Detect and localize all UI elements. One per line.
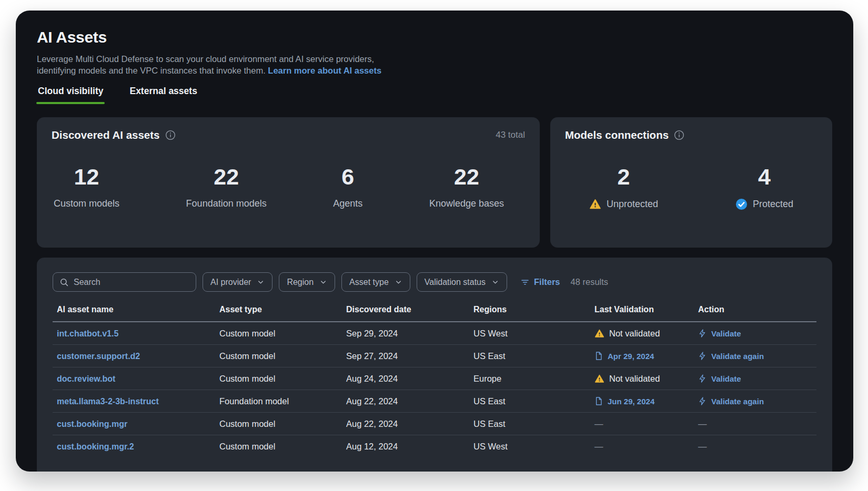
lightning-bolt-icon	[698, 351, 706, 361]
validation-cell: Apr 29, 2024	[594, 351, 698, 361]
page-description: Leverage Multi Cloud Defense to scan you…	[37, 53, 405, 76]
models-connections-card: Models connections 2 Unprotected 4	[550, 117, 832, 248]
discovered-date-cell: Sep 29, 2024	[346, 329, 473, 339]
stat-knowledge-bases: 22 Knowledge bases	[429, 166, 504, 209]
table-row: meta.llama3-2-3b-instructFoundation mode…	[53, 390, 816, 413]
action-cell: Validate again	[698, 396, 816, 406]
chevron-down-icon	[491, 278, 499, 286]
column-header-action: Action	[698, 305, 816, 314]
table-body: int.chatbot.v1.5Custom modelSep 29, 2024…	[53, 322, 816, 458]
document-icon	[594, 351, 603, 361]
column-header-last-validation: Last Validation	[594, 305, 698, 314]
region-cell: US West	[473, 329, 594, 339]
validation-cell: —	[594, 419, 698, 429]
connections-stats: 2 Unprotected 4 Protected	[565, 166, 817, 210]
search-icon	[59, 278, 69, 287]
action-cell: Validate	[698, 374, 816, 383]
tab-external-assets[interactable]: External assets	[128, 85, 198, 104]
asset-type-cell: Custom model	[219, 419, 346, 429]
asset-name-link[interactable]: customer.support.d2	[57, 352, 140, 361]
action-cell: —	[698, 442, 816, 452]
stat-unprotected: 2 Unprotected	[589, 166, 658, 210]
document-icon	[594, 396, 603, 406]
chevron-down-icon	[395, 278, 402, 286]
validation-date-link[interactable]: Apr 29, 2024	[608, 352, 654, 361]
discovered-card-title: Discovered AI assets	[52, 129, 160, 141]
validation-date-link[interactable]: Jun 29, 2024	[608, 397, 654, 406]
validation-empty: —	[594, 419, 603, 429]
column-header-discovered-date: Discovered date	[346, 305, 473, 314]
filter-bar: AI provider Region Asset type Validation…	[53, 272, 816, 292]
validation-cell: Not validated	[594, 329, 698, 339]
action-empty: —	[698, 419, 707, 429]
validate-action-link[interactable]: Validate	[711, 329, 741, 338]
asset-name-link[interactable]: doc.review.bot	[57, 374, 115, 383]
validation-status-dropdown[interactable]: Validation status	[417, 272, 507, 292]
warning-triangle-icon	[594, 329, 604, 339]
discovered-date-cell: Aug 24, 2024	[346, 374, 473, 384]
search-input[interactable]	[74, 278, 189, 287]
stat-custom-models: 12 Custom models	[54, 166, 119, 209]
info-icon[interactable]	[165, 130, 176, 140]
region-cell: US East	[473, 351, 594, 361]
check-circle-icon	[735, 198, 748, 210]
asset-name-link[interactable]: cust.booking.mgr	[57, 420, 127, 428]
region-cell: US West	[473, 442, 594, 452]
page-header: AI Assets Leverage Multi Cloud Defense t…	[37, 28, 832, 104]
asset-name-link[interactable]: int.chatbot.v1.5	[57, 329, 118, 338]
discovered-date-cell: Aug 12, 2024	[346, 442, 473, 452]
validate-action-link[interactable]: Validate again	[711, 397, 764, 406]
discovered-assets-card: Discovered AI assets 43 total 12 Custom …	[37, 117, 540, 248]
lightning-bolt-icon	[698, 374, 706, 383]
stat-label: Custom models	[54, 198, 119, 209]
region-cell: US East	[473, 419, 594, 429]
info-icon[interactable]	[674, 130, 684, 140]
stat-value: 2	[589, 166, 658, 188]
assets-table: AI asset name Asset type Discovered date…	[53, 305, 816, 458]
stat-value: 6	[333, 166, 362, 188]
dropdown-label: Validation status	[425, 278, 486, 287]
asset-name-link[interactable]: meta.llama3-2-3b-instruct	[57, 397, 159, 406]
column-header-asset-type: Asset type	[219, 305, 346, 314]
action-cell: Validate again	[698, 351, 816, 361]
region-cell: Europe	[473, 374, 594, 384]
region-cell: US East	[473, 396, 594, 406]
asset-name-link[interactable]: cust.booking.mgr.2	[57, 442, 134, 451]
table-row: cust.booking.mgr.2Custom modelAug 12, 20…	[53, 435, 816, 458]
discovered-stats: 12 Custom models 22 Foundation models 6 …	[52, 166, 525, 209]
column-header-regions: Regions	[473, 305, 594, 314]
tab-bar: Cloud visibility External assets	[37, 85, 832, 104]
discovered-date-cell: Sep 27, 2024	[346, 351, 473, 361]
stat-value: 22	[186, 166, 267, 188]
lightning-bolt-icon	[698, 396, 706, 406]
stat-agents: 6 Agents	[333, 166, 362, 209]
stat-label: Agents	[333, 198, 362, 209]
learn-more-link[interactable]: Learn more about AI assets	[268, 66, 381, 75]
validate-action-link[interactable]: Validate	[711, 374, 741, 383]
tab-cloud-visibility[interactable]: Cloud visibility	[37, 85, 104, 104]
action-cell: Validate	[698, 329, 816, 338]
column-header-asset-name: AI asset name	[57, 305, 219, 314]
asset-type-dropdown[interactable]: Asset type	[341, 272, 410, 292]
ai-provider-dropdown[interactable]: AI provider	[203, 272, 272, 292]
assets-table-card: AI provider Region Asset type Validation…	[37, 258, 832, 472]
asset-type-cell: Foundation model	[219, 396, 346, 406]
filter-funnel-icon	[520, 278, 530, 287]
table-row: int.chatbot.v1.5Custom modelSep 29, 2024…	[53, 322, 816, 345]
stat-label: Foundation models	[186, 198, 267, 209]
asset-type-cell: Custom model	[219, 442, 346, 452]
action-cell: —	[698, 419, 816, 429]
validate-action-link[interactable]: Validate again	[711, 352, 764, 361]
summary-cards-row: Discovered AI assets 43 total 12 Custom …	[37, 117, 832, 248]
validation-cell: Not validated	[594, 374, 698, 384]
validation-status-text: Not validated	[609, 329, 660, 339]
page-title: AI Assets	[37, 28, 832, 46]
chevron-down-icon	[319, 278, 327, 286]
chevron-down-icon	[257, 278, 265, 286]
lightning-bolt-icon	[698, 329, 706, 338]
ai-assets-panel: AI Assets Leverage Multi Cloud Defense t…	[16, 11, 853, 472]
connections-card-title: Models connections	[565, 129, 669, 141]
region-dropdown[interactable]: Region	[279, 272, 335, 292]
filters-button[interactable]: Filters	[520, 277, 560, 287]
search-box[interactable]	[53, 272, 196, 292]
